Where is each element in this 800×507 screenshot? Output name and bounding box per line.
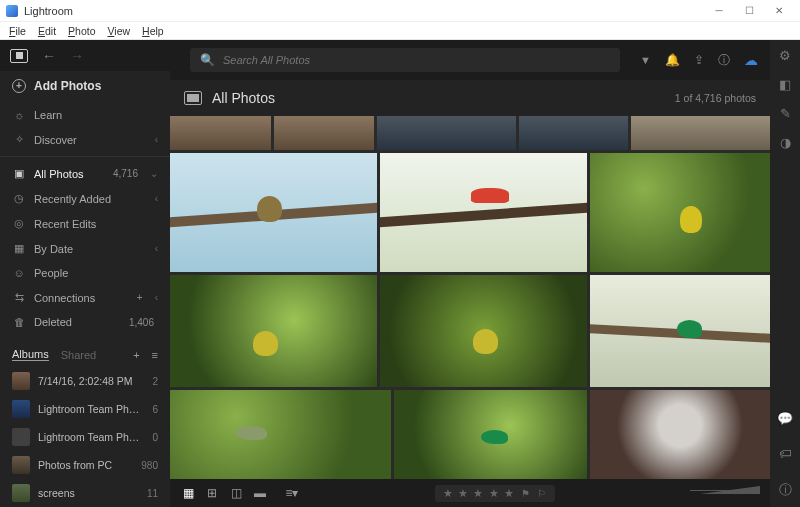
- info-icon[interactable]: ⓘ: [779, 481, 792, 499]
- rating-control[interactable]: ★ ★ ★ ★ ★ ⚑ ⚐: [435, 485, 554, 502]
- maximize-button[interactable]: ☐: [734, 1, 764, 21]
- sidebar-item-deleted[interactable]: 🗑 Deleted 1,406: [12, 310, 158, 334]
- photo-thumb[interactable]: [631, 116, 770, 150]
- album-row[interactable]: Lightroom Team Photos 6: [0, 395, 170, 423]
- plus-icon: +: [12, 79, 26, 93]
- edit-icon: ◎: [12, 217, 26, 230]
- compass-icon: ✧: [12, 133, 26, 146]
- clock-icon: ◷: [12, 192, 26, 205]
- album-thumb-icon: [12, 484, 30, 502]
- photo-thumb[interactable]: [170, 116, 271, 150]
- photo-grid[interactable]: [170, 116, 770, 479]
- sort-icon[interactable]: ≡▾: [284, 486, 300, 500]
- sidebar-item-people[interactable]: ☺ People: [12, 261, 158, 285]
- tab-albums[interactable]: Albums: [12, 348, 49, 361]
- photo-thumb[interactable]: [590, 275, 770, 387]
- keywords-icon[interactable]: 🏷: [779, 446, 792, 461]
- album-row[interactable]: Lightroom Team Photos 0: [0, 423, 170, 451]
- photo-thumb[interactable]: [590, 153, 770, 273]
- home-icon[interactable]: [10, 49, 28, 63]
- app-logo-icon: [6, 5, 18, 17]
- album-row[interactable]: Photos from PC 980: [0, 451, 170, 479]
- comments-icon[interactable]: 💬: [777, 411, 793, 426]
- view-mode-icon[interactable]: [184, 91, 202, 105]
- right-toolbar: ⚙ ◧ ✎ ◑ 💬 🏷 ⓘ: [770, 40, 800, 507]
- grid-footer: ▦ ⊞ ◫ ▬ ≡▾ ★ ★ ★ ★ ★ ⚑ ⚐: [170, 479, 770, 507]
- photo-thumb[interactable]: [170, 153, 377, 273]
- flag-pick-icon[interactable]: ⚑: [521, 488, 531, 499]
- chevron-left-icon: ‹: [155, 292, 158, 303]
- window-title: Lightroom: [24, 5, 704, 17]
- sidebar-item-by-date[interactable]: ▦ By Date ‹: [12, 236, 158, 261]
- sidebar-item-recently-added[interactable]: ◷ Recently Added ‹: [12, 186, 158, 211]
- back-arrow-icon[interactable]: ←: [42, 48, 56, 64]
- compare-view-icon[interactable]: ◫: [228, 486, 244, 500]
- trash-icon: 🗑: [12, 316, 26, 328]
- search-icon: 🔍: [200, 53, 215, 67]
- photo-thumb[interactable]: [170, 275, 377, 387]
- close-button[interactable]: ✕: [764, 1, 794, 21]
- chevron-left-icon: ‹: [155, 243, 158, 254]
- thumbnail-size-slider[interactable]: [690, 490, 760, 496]
- flag-reject-icon[interactable]: ⚐: [537, 488, 547, 499]
- photo-thumb[interactable]: [394, 390, 587, 479]
- plus-icon[interactable]: +: [137, 292, 143, 303]
- menu-bar: File Edit Photo View Help: [0, 22, 800, 40]
- album-row[interactable]: 7/14/16, 2:02:48 PM 2: [0, 367, 170, 395]
- album-thumb-icon: [12, 428, 30, 446]
- album-thumb-icon: [12, 372, 30, 390]
- crop-icon[interactable]: ◧: [779, 77, 791, 92]
- chevron-left-icon: ‹: [155, 193, 158, 204]
- share-icon[interactable]: ⇪: [694, 53, 704, 67]
- bell-icon[interactable]: 🔔: [665, 53, 680, 67]
- chevron-down-icon: ⌄: [150, 168, 158, 179]
- chevron-left-icon: ‹: [155, 134, 158, 145]
- add-album-icon[interactable]: +: [133, 349, 139, 361]
- page-title: All Photos: [212, 90, 675, 106]
- main-panel: 🔍 ▼ 🔔 ⇪ ⓘ ☁ All Photos 1 of 4,716 photos: [170, 40, 770, 507]
- cloud-sync-icon[interactable]: ☁: [744, 52, 758, 68]
- menu-edit[interactable]: Edit: [33, 24, 61, 38]
- image-icon: ▣: [12, 167, 26, 180]
- menu-view[interactable]: View: [103, 24, 136, 38]
- album-thumb-icon: [12, 400, 30, 418]
- sidebar-item-discover[interactable]: ✧ Discover ‹: [12, 127, 158, 152]
- square-grid-icon[interactable]: ⊞: [204, 486, 220, 500]
- filter-icon[interactable]: ▼: [640, 54, 651, 66]
- sidebar: ← → + Add Photos ☼ Learn ✧ Discover ‹ ▣ …: [0, 40, 170, 507]
- grid-view-icon[interactable]: ▦: [180, 486, 196, 500]
- tab-shared[interactable]: Shared: [61, 349, 96, 361]
- add-photos-label: Add Photos: [34, 79, 101, 93]
- photo-thumb[interactable]: [380, 275, 587, 387]
- photo-thumb[interactable]: [380, 153, 587, 273]
- photo-thumb[interactable]: [170, 390, 391, 479]
- menu-file[interactable]: File: [4, 24, 31, 38]
- grid-header: All Photos 1 of 4,716 photos: [170, 80, 770, 116]
- sidebar-item-all-photos[interactable]: ▣ All Photos 4,716 ⌄: [12, 161, 158, 186]
- sort-icon[interactable]: ≡: [152, 349, 158, 361]
- mask-icon[interactable]: ◑: [780, 135, 791, 150]
- album-row[interactable]: screens 11: [0, 479, 170, 507]
- adjust-icon[interactable]: ⚙: [779, 48, 791, 63]
- photo-thumb[interactable]: [590, 390, 770, 479]
- menu-photo[interactable]: Photo: [63, 24, 100, 38]
- detail-view-icon[interactable]: ▬: [252, 486, 268, 500]
- heal-icon[interactable]: ✎: [780, 106, 791, 121]
- sidebar-item-learn[interactable]: ☼ Learn: [12, 103, 158, 127]
- photo-thumb[interactable]: [274, 116, 375, 150]
- album-thumb-icon: [12, 456, 30, 474]
- search-input[interactable]: [223, 54, 610, 66]
- albums-tabs: Albums Shared + ≡: [0, 342, 170, 367]
- add-photos-button[interactable]: + Add Photos: [12, 79, 158, 93]
- lightbulb-icon: ☼: [12, 109, 26, 121]
- photo-thumb[interactable]: [377, 116, 516, 150]
- calendar-icon: ▦: [12, 242, 26, 255]
- minimize-button[interactable]: ─: [704, 1, 734, 21]
- photo-thumb[interactable]: [519, 116, 627, 150]
- menu-help[interactable]: Help: [137, 24, 169, 38]
- help-icon[interactable]: ⓘ: [718, 52, 730, 69]
- sidebar-item-recent-edits[interactable]: ◎ Recent Edits: [12, 211, 158, 236]
- forward-arrow-icon: →: [70, 48, 84, 64]
- sidebar-item-connections[interactable]: ⇆ Connections + ‹: [12, 285, 158, 310]
- search-bar[interactable]: 🔍: [190, 48, 620, 72]
